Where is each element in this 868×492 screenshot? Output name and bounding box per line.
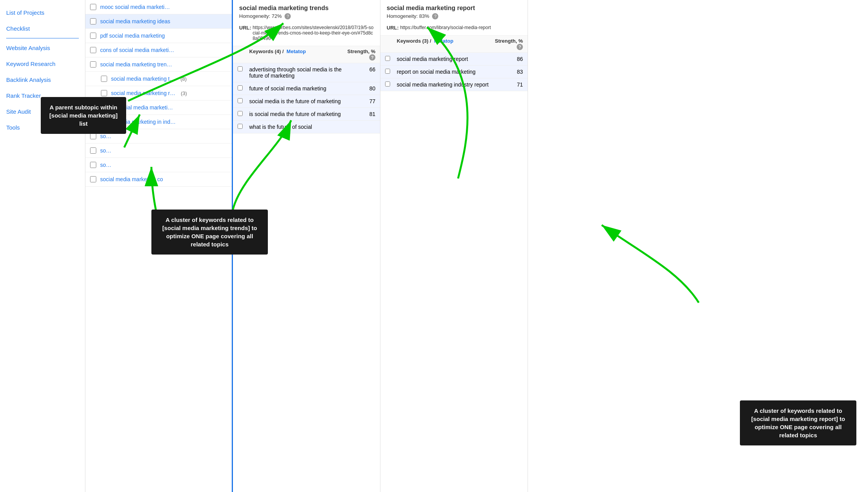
kw-text: report on social media marketing [397,69,492,75]
keyword-checkbox[interactable] [101,90,107,96]
panel1-kw-row-4: is social media the future of marketing … [233,108,380,121]
keyword-checkbox[interactable] [90,18,96,24]
kw-text: social media marketing report [397,56,492,62]
keyword-row-trends-parent: social media marketing tren… [85,57,232,72]
strength-help-icon-2[interactable]: ? [517,44,523,50]
keyword-link-ideas[interactable]: social media marketing ideas [100,18,170,24]
keyword-link[interactable]: so… [100,147,111,154]
keywords-col-header: Keywords (3) / Metatop [397,38,492,50]
sidebar-divider [6,38,79,38]
keyword-row: so… [85,158,232,172]
panel1-url-label: URL: [239,25,251,41]
panel1-title: social media marketing trends [239,5,328,12]
topic-panel-2: social media marketing report Homogeneit… [380,0,528,492]
kw-checkbox[interactable] [238,111,243,116]
keywords-col-header: Keywords (4) / Metatop [249,49,344,61]
strength-col-header: Strength, % ? [344,49,375,61]
homogeneity-help-icon[interactable]: ? [285,13,291,19]
kw-checkbox[interactable] [238,98,243,103]
kw-strength: 66 [344,66,375,73]
kw-checkbox[interactable] [385,56,390,61]
kw-strength: 86 [492,56,523,62]
panel2-kw-row-3: social media marketing industry report 7… [380,78,528,91]
keyword-checkbox[interactable] [90,47,96,53]
panel2-homogeneity: Homogeneity: 83% ? [387,13,475,19]
panel2-title-block: social media marketing report Homogeneit… [387,5,475,22]
panel2-table-header: Keywords (3) / Metatop Strength, % ? [380,35,528,53]
sidebar-item-list-of-projects[interactable]: List of Projects [0,5,85,21]
keyword-row: mooc social media marketi… [85,0,232,14]
keyword-link[interactable]: so… [100,133,111,139]
keyword-checkbox[interactable] [90,4,96,10]
kw-checkbox[interactable] [238,66,243,71]
kw-text: advertising through social media is the … [249,66,344,79]
keyword-checkbox[interactable] [90,61,96,68]
kw-text: social media is the future of marketing [249,98,344,104]
keyword-link-sub1[interactable]: social media marketing t… [111,76,175,82]
sidebar-item-checklist[interactable]: Checklist [0,21,85,36]
annotation-box-1: A parent subtopic within [social media m… [41,97,126,134]
strength-help-icon[interactable]: ? [369,54,375,61]
panel1-table-header: Keywords (4) / Metatop Strength, % ? [233,46,380,63]
keyword-checkbox[interactable] [90,162,96,168]
keyword-row-highlighted: social media marketing ideas [85,14,232,29]
kw-strength: 71 [492,81,523,88]
sidebar: List of Projects Checklist Website Analy… [0,0,85,492]
annotation-box-3: A cluster of keywords related to [social… [740,400,856,445]
kw-text: what is the future of social [249,124,344,130]
keyword-link[interactable]: so… [100,162,111,168]
keyword-checkbox[interactable] [90,133,96,139]
keyword-link[interactable]: pdf social media marketing [100,33,165,39]
sidebar-item-keyword-research[interactable]: Keyword Research [0,56,85,72]
panel2-url-row: URL: https://buffer.com/library/social-m… [380,23,528,35]
kw-text: is social media the future of marketing [249,111,344,117]
panel2-kw-row-2: report on social media marketing 83 [380,66,528,78]
keyword-checkbox[interactable] [90,147,96,154]
keyword-link-trends[interactable]: social media marketing tren… [100,61,172,68]
panel2-header: social media marketing report Homogeneit… [380,0,528,23]
keyword-checkbox[interactable] [90,176,96,182]
homogeneity-help-icon-2[interactable]: ? [432,13,438,19]
keyword-row-sub1: social media marketing t… (8) [85,72,232,86]
keyword-checkbox[interactable] [101,76,107,82]
kw-checkbox[interactable] [238,85,243,90]
metatop-link[interactable]: Metatop [286,49,306,54]
kw-strength: 77 [344,98,375,104]
panel2-url: https://buffer.com/library/social-media-… [400,25,491,31]
panel1-header: social media marketing trends Homogeneit… [233,0,380,23]
panel1-kw-row-1: advertising through social media is the … [233,63,380,82]
keyword-row-last: social media marketing co [85,172,232,187]
panel1-kw-row-3: social media is the future of marketing … [233,95,380,108]
kw-text: future of social media marketing [249,85,344,92]
kw-checkbox[interactable] [385,69,390,74]
keyword-checkbox[interactable] [90,33,96,39]
keyword-row: pdf social media marketing [85,29,232,43]
sidebar-item-website-analysis[interactable]: Website Analysis [0,40,85,56]
keyword-link[interactable]: cons of social media marketi… [100,47,174,53]
keyword-count: (8) [181,76,187,82]
panel1-homogeneity: Homogeneity: 72% ? [239,13,328,19]
metatop-link-2[interactable]: Metatop [434,38,453,44]
panel2-title: social media marketing report [387,5,475,12]
keyword-link[interactable]: social media marketing co [100,176,163,182]
annotation-box-2: A cluster of keywords related to [social… [151,210,268,255]
keyword-row: so… [85,144,232,158]
panel2-kw-row-1: social media marketing report 86 [380,53,528,66]
kw-text: social media marketing industry report [397,81,492,88]
kw-strength: 81 [344,111,375,117]
kw-checkbox[interactable] [238,124,243,129]
check-col-header [385,38,397,50]
panel1-title-block: social media marketing trends Homogeneit… [239,5,328,22]
panel2-url-label: URL: [387,25,399,31]
kw-checkbox[interactable] [385,81,390,87]
panel1-kw-row-5: what is the future of social [233,121,380,133]
panel1-kw-row-2: future of social media marketing 80 [233,82,380,95]
kw-strength: 83 [492,69,523,75]
kw-strength: 80 [344,85,375,92]
panel1-url: https://www.forbes.com/sites/steveolensk… [253,25,374,41]
keyword-link-sub2[interactable]: social media marketing r… [111,90,175,96]
keyword-count: (3) [181,90,187,96]
sidebar-item-backlink-analysis[interactable]: Backlink Analysis [0,72,85,88]
strength-col-header-2: Strength, % ? [492,38,523,50]
keyword-link[interactable]: mooc social media marketi… [100,4,170,10]
